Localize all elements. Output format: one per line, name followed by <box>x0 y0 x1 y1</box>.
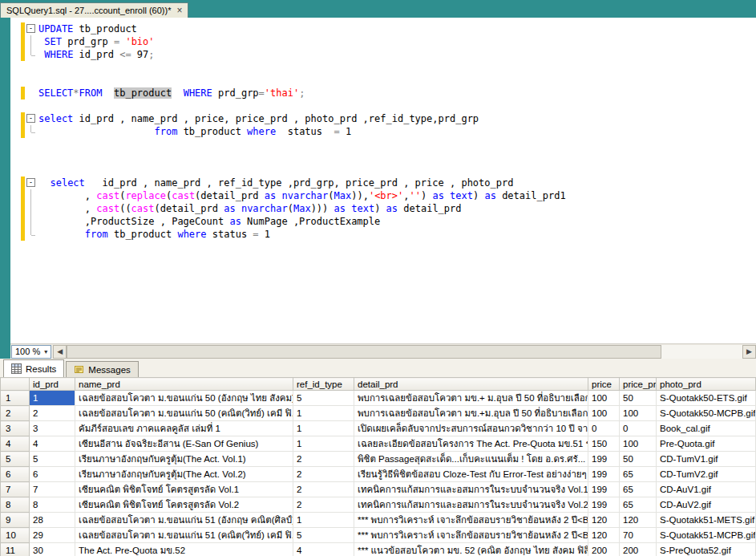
grid-cell[interactable]: S-PreQuota52.gif <box>657 543 756 556</box>
grid-cell[interactable]: 1 <box>293 406 354 421</box>
grid-cell[interactable]: เซียนอีสาน อัจฉริยะอีสาน (E-San Of Geniu… <box>75 436 293 452</box>
grid-cell[interactable]: 120 <box>588 528 620 543</box>
grid-cell[interactable]: CD-TumV2.gif <box>657 467 756 482</box>
grid-row-header[interactable]: 3 <box>1 421 30 436</box>
grid-cell[interactable]: 8 <box>30 497 75 513</box>
grid-cell[interactable]: 1 <box>293 421 354 436</box>
column-header-price_prd[interactable]: price_prd <box>620 378 657 391</box>
grid-cell[interactable]: เฉลยข้อสอบโควตา ม.ขอนแก่น 50 (คณิต(วิทย์… <box>75 406 293 421</box>
code-line[interactable]: , cast((cast(detail_prd as nvarchar(Max)… <box>10 202 756 215</box>
grid-corner[interactable] <box>1 378 30 391</box>
grid-cell[interactable]: เทคนิคการแก้สมการและอสมการในระบบจำนวนจริ… <box>354 497 588 513</box>
grid-cell[interactable]: *** แนวข้อสอบโควตา มข. 52 (คณิต อังกฤษ ไ… <box>354 543 588 556</box>
grid-cell[interactable]: เรียนรู้วิธีพิชิตข้อสอบ Cloze-Test กับ E… <box>354 467 588 482</box>
grid-cell[interactable]: 100 <box>620 406 657 421</box>
grid-cell[interactable]: 65 <box>620 497 657 513</box>
column-header-price[interactable]: price <box>588 378 620 391</box>
grid-row-header[interactable]: 1 <box>1 391 30 406</box>
code-line[interactable]: SELECT*FROM tb_product WHERE prd_grp='th… <box>10 87 756 99</box>
grid-cell[interactable]: เปิดเผยเคล็ดลับจากประสบการณ์สอนกวดวิชากว… <box>354 421 588 436</box>
grid-cell[interactable]: 5 <box>293 528 354 543</box>
grid-cell[interactable]: S-Quotakk51-MCPB.gif <box>657 528 756 543</box>
grid-cell[interactable]: S-Quotakk50-MCPB.gif <box>657 406 756 421</box>
grid-cell[interactable]: 200 <box>620 543 657 556</box>
grid-cell[interactable]: 100 <box>588 391 620 406</box>
scrollbar-track[interactable] <box>67 345 742 359</box>
grid-row-header[interactable]: 9 <box>1 513 30 528</box>
grid-cell[interactable]: 120 <box>620 513 657 528</box>
grid-cell[interactable]: เฉลยข้อสอบโควตา ม.ขอนแก่น 51 (อังกฤษ คณิ… <box>75 513 293 528</box>
tab-messages[interactable]: Messages <box>66 361 138 377</box>
grid-cell[interactable]: 30 <box>30 543 75 556</box>
code-line[interactable] <box>10 99 756 112</box>
grid-cell[interactable]: 150 <box>588 436 620 452</box>
grid-cell[interactable]: 28 <box>30 513 75 528</box>
grid-row-header[interactable]: 4 <box>1 436 30 452</box>
grid-row-header[interactable]: 2 <box>1 406 30 421</box>
grid-cell[interactable]: 199 <box>588 497 620 513</box>
grid-cell[interactable]: 100 <box>620 436 657 452</box>
grid-cell[interactable]: 70 <box>620 528 657 543</box>
grid-cell[interactable]: 2 <box>293 452 354 467</box>
zoom-control[interactable]: 100 % ▾ <box>11 345 51 359</box>
code-line[interactable]: , cast(replace(cast(detail_prd as nvarch… <box>10 189 756 202</box>
grid-cell[interactable]: เซียนคณิต พิชิตโจทย์ โคตรสูตรลัด Vol.2 <box>75 497 293 513</box>
code-line[interactable]: -UPDATE tb_product <box>10 22 756 35</box>
code-line[interactable]: SET prd_grp = 'bio' <box>10 35 756 48</box>
grid-cell[interactable]: *** พบการวิเคราะห์ เจาะลึกข้อสอบรายวิชาย… <box>354 513 588 528</box>
grid-cell[interactable]: 50 <box>620 452 657 467</box>
grid-cell[interactable]: 0 <box>588 421 620 436</box>
code-line[interactable]: ,ProductSize , PageCount as NumPage ,Pro… <box>10 215 756 228</box>
grid-cell[interactable]: S-Quotakk51-METS.gif <box>657 513 756 528</box>
grid-cell[interactable]: 1 <box>293 436 354 452</box>
grid-cell[interactable]: 7 <box>30 482 75 497</box>
grid-cell[interactable]: 65 <box>620 482 657 497</box>
collapse-region-icon[interactable]: - <box>26 178 35 187</box>
scrollbar-thumb[interactable] <box>67 345 661 359</box>
grid-row-header[interactable]: 10 <box>1 528 30 543</box>
grid-cell[interactable]: เซียนคณิต พิชิตโจทย์ โคตรสูตรลัด Vol.1 <box>75 482 293 497</box>
grid-cell[interactable]: 1 <box>293 513 354 528</box>
grid-cell[interactable]: 199 <box>588 452 620 467</box>
grid-cell[interactable]: พบการเฉลยข้อสอบโควตา มข.+ม.อุบล ปี 50 ที… <box>354 406 588 421</box>
code-line[interactable]: WHERE id_prd <= 97; <box>10 48 756 61</box>
column-header-id_prd[interactable]: id_prd <box>30 378 75 391</box>
grid-cell[interactable]: CD-TumV1.gif <box>657 452 756 467</box>
sql-document-tab[interactable]: SQLQuery1.sql - 27....ccount_enroll (60)… <box>0 2 188 18</box>
grid-cell[interactable]: เฉลยข้อสอบโควตา ม.ขอนแก่น 50 (อังกฤษ ไทย… <box>75 391 293 406</box>
grid-cell[interactable]: 2 <box>293 482 354 497</box>
grid-cell[interactable]: 5 <box>293 391 354 406</box>
grid-cell[interactable]: พบการเฉลยข้อสอบโควตา มข.+ ม.อุบล ปี 50 ท… <box>354 391 588 406</box>
code-line[interactable]: -select id_prd , name_prd , price, price… <box>10 112 756 125</box>
code-line[interactable]: from tb_product where status = 1 <box>10 228 756 241</box>
grid-cell[interactable]: 0 <box>620 421 657 436</box>
grid-cell[interactable]: S-Quotakk50-ETS.gif <box>657 391 756 406</box>
sql-editor[interactable]: -UPDATE tb_product SET prd_grp = 'bio' W… <box>10 18 756 343</box>
grid-cell[interactable]: 3 <box>30 421 75 436</box>
grid-cell[interactable]: 4 <box>30 436 75 452</box>
column-header-ref_id_type[interactable]: ref_id_type <box>293 378 354 391</box>
grid-row-header[interactable]: 7 <box>1 482 30 497</box>
grid-cell[interactable]: 65 <box>620 467 657 482</box>
code-line[interactable] <box>10 74 756 87</box>
grid-cell[interactable]: 1 <box>30 391 75 406</box>
grid-cell[interactable]: CD-AuV2.gif <box>657 497 756 513</box>
grid-cell[interactable]: เทคนิคการแก้สมการและอสมการในระบบจำนวนจริ… <box>354 482 588 497</box>
tab-results[interactable]: Results <box>3 359 64 377</box>
grid-cell[interactable]: พิชิต Passageสุดสะเด็ด...เก็บคะแนนเต็ม !… <box>354 452 588 467</box>
grid-cell[interactable]: 5 <box>30 452 75 467</box>
column-header-name_prd[interactable]: name_prd <box>75 378 293 391</box>
grid-row-header[interactable]: 6 <box>1 467 30 482</box>
code-line[interactable] <box>10 164 756 177</box>
grid-cell[interactable]: CD-AuV1.gif <box>657 482 756 497</box>
grid-cell[interactable]: คัมภีร์สอบเลข ภาคแคลคูลัส เล่มที่ 1 <box>75 421 293 436</box>
horizontal-scrollbar[interactable]: ◀ ▶ <box>53 345 756 359</box>
grid-cell[interactable]: 6 <box>30 467 75 482</box>
column-header-detail_prd[interactable]: detail_prd <box>354 378 588 391</box>
scroll-left-icon[interactable]: ◀ <box>53 345 67 359</box>
grid-cell[interactable]: เฉลยละเอียดข้อสอบโครงการ The Act. Pre-Qu… <box>354 436 588 452</box>
code-line[interactable] <box>10 151 756 164</box>
grid-cell[interactable]: Book_cal.gif <box>657 421 756 436</box>
grid-cell[interactable]: 2 <box>293 467 354 482</box>
grid-cell[interactable]: *** พบการวิเคราะห์ เจาะลึกข้อสอบรายวิชาย… <box>354 528 588 543</box>
